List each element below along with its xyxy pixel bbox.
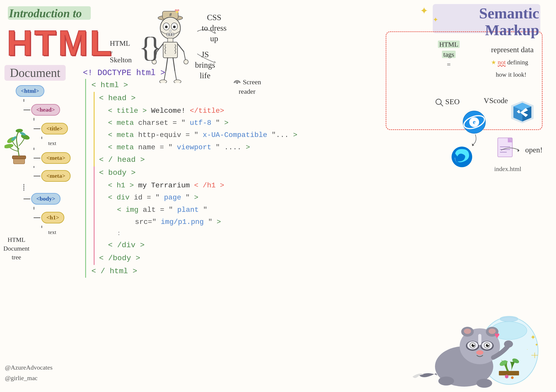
- semantic-title: SemanticMarkup: [479, 5, 539, 38]
- credit-line1: @AzureAdvocates: [5, 362, 53, 373]
- tree-node-title: <title>: [41, 123, 68, 134]
- represent-data-block: represent data ★ not defining how it loo…: [491, 44, 533, 80]
- code-doctype: <! DOCTYPE html >: [83, 68, 297, 77]
- svg-text:e: e: [473, 118, 476, 125]
- svg-point-5: [177, 9, 179, 11]
- svg-point-81: [473, 344, 474, 345]
- svg-marker-58: [518, 149, 519, 152]
- browser-arrow: [462, 130, 480, 148]
- code-img-alt: < img alt = " plant ": [117, 204, 297, 216]
- code-head-open: < head >: [99, 92, 297, 105]
- code-html-open: < html >: [92, 79, 297, 92]
- css-note: CSSto dressup: [202, 12, 227, 44]
- edge-icon: [451, 146, 473, 169]
- svg-text:·: ·: [527, 348, 528, 351]
- tree-text-node-1: text: [46, 140, 56, 146]
- svg-point-64: [505, 375, 509, 378]
- page: Introduction to HTML HTML=Skelton { } #: [0, 0, 556, 392]
- tree-node-head: <head>: [31, 104, 60, 116]
- raccoon-terrarium-illustration: ♥ ✦ ✦ ·: [401, 295, 545, 390]
- svg-rect-61: [499, 371, 519, 376]
- seo-label: SEO: [435, 98, 460, 107]
- svg-point-85: [438, 377, 454, 385]
- svg-text:✦: ✦: [530, 333, 536, 341]
- main-title: HTML: [7, 23, 113, 64]
- code-meta-http: < meta http-equiv = " x-UA-Compatible ".…: [108, 129, 297, 141]
- open-label: open!: [525, 146, 542, 154]
- html-tags-block: HTML tags =: [438, 39, 460, 69]
- svg-text:♥: ♥: [494, 330, 500, 340]
- code-head-close: < / head >: [99, 154, 297, 167]
- svg-point-71: [464, 329, 471, 334]
- svg-line-32: [440, 104, 443, 106]
- star-icon-1: ✦: [420, 5, 428, 16]
- code-title: < title > Welcome! </title>: [108, 105, 297, 117]
- screen-reader-label: Screenreader: [233, 77, 261, 96]
- svg-point-11: [169, 30, 172, 32]
- svg-point-41: [236, 83, 238, 84]
- open-arrow: [499, 143, 521, 157]
- svg-point-4: [175, 9, 177, 11]
- code-div: < div id = " page " >: [108, 192, 297, 204]
- star-icon-2: ✦: [433, 16, 438, 23]
- html-document-tree-label: HTMLDocumenttree: [3, 235, 30, 262]
- tree-node-h1: <h1>: [41, 212, 64, 223]
- svg-point-10: [173, 26, 176, 28]
- code-section: <! DOCTYPE html > < html > < head > < ti…: [83, 68, 297, 278]
- tree-node-html: <html>: [16, 85, 44, 97]
- svg-point-86: [476, 379, 492, 388]
- svg-rect-34: [12, 156, 26, 159]
- svg-text:✦: ✦: [535, 342, 539, 347]
- code-img-src: src=" img/p1.png " >: [117, 216, 297, 228]
- vscode-icon: [509, 99, 536, 126]
- credits: @AzureAdvocates @girlie_mac: [5, 362, 53, 384]
- svg-point-87: [504, 340, 513, 348]
- tree-text-node-2: text: [46, 229, 56, 235]
- bracket-right: }: [148, 32, 162, 62]
- index-html-label: index.html: [494, 165, 521, 173]
- code-meta-charset: < meta charset = " utf-8 " >: [108, 117, 297, 129]
- document-label: Document: [5, 65, 66, 81]
- plant-illustration: [5, 124, 34, 166]
- tree-node-body: <body>: [31, 193, 61, 205]
- svg-point-65: [511, 376, 514, 379]
- svg-text:#: #: [169, 12, 172, 17]
- code-body-open: < body >: [99, 167, 297, 179]
- code-body-close: < /body >: [99, 252, 297, 265]
- svg-point-66: [500, 316, 518, 322]
- vscode-label: VScode: [484, 96, 508, 105]
- code-h1: < h1 > my Terrarium < /h1 >: [108, 179, 297, 192]
- code-div-close: < /div >: [108, 239, 297, 252]
- code-meta-name: < meta name = " viewport " .... >: [108, 141, 297, 154]
- subtitle: Introduction to: [9, 7, 82, 20]
- html-equals-label: HTML=Skelton: [110, 39, 132, 64]
- svg-point-9: [165, 26, 168, 28]
- tree-node-meta2: <meta>: [41, 170, 71, 182]
- credit-line2: @girlie_mac: [5, 373, 53, 384]
- tree-node-meta1: <meta>: [41, 152, 71, 164]
- svg-point-37: [5, 143, 14, 149]
- svg-rect-84: [478, 334, 481, 345]
- svg-point-82: [487, 344, 489, 345]
- svg-point-83: [476, 350, 483, 355]
- code-html-close: < / html >: [92, 265, 297, 278]
